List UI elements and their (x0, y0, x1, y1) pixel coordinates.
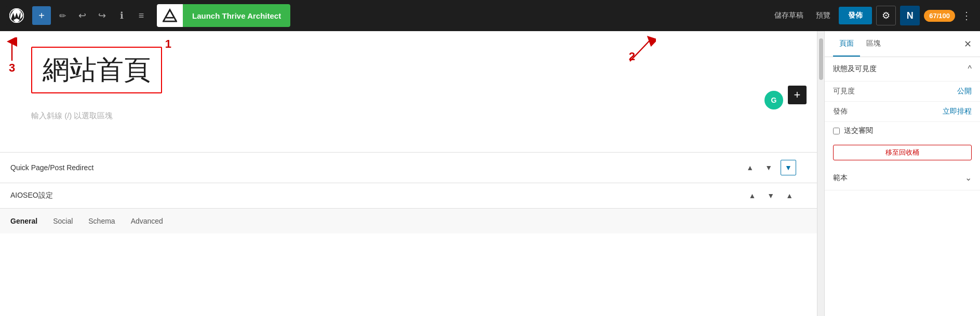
template-section[interactable]: 範本 ⌄ (825, 166, 980, 190)
scrollbar-thumb (819, 38, 823, 80)
thrive-logo-icon (157, 4, 183, 27)
tab-block[interactable]: 區塊 (860, 32, 887, 57)
toolbar-right: 儲存草稿 預覽 發佈 ⚙ N 67/100 ⋮ (770, 6, 974, 25)
grammarly-icon[interactable]: G (764, 91, 783, 109)
n-button[interactable]: N (900, 6, 920, 25)
publish-button[interactable]: 發佈 (839, 7, 872, 24)
scrollbar[interactable] (817, 31, 824, 316)
right-sidebar: 頁面 區塊 ✕ 狀態及可見度 ^ 可見度 公開 發佈 立即排程 送交審閱 移至回… (824, 31, 980, 316)
list-view-button[interactable]: ≡ (133, 7, 150, 24)
score-button[interactable]: 67/100 (924, 10, 955, 22)
sidebar-header: 頁面 區塊 ✕ (825, 31, 980, 57)
aioseo-tab-social[interactable]: Social (53, 215, 73, 227)
wp-logo-button[interactable] (6, 5, 27, 26)
thrive-a-icon (163, 8, 177, 23)
save-draft-button[interactable]: 儲存草稿 (770, 9, 808, 22)
submit-review-label: 送交審閱 (844, 126, 873, 135)
grammarly-g-icon: G (771, 96, 777, 104)
preview-button[interactable]: 預覽 (812, 9, 835, 22)
chevron-up-icon-2: ▲ (748, 191, 756, 200)
submit-review-row: 送交審閱 (825, 122, 980, 140)
redirect-section-label: Quick Page/Post Redirect (10, 163, 738, 172)
status-section-title: 狀態及可見度 (833, 64, 877, 74)
editor-area[interactable]: 3 網站首頁 1 輸入斜線 (/) 以選取區塊 2 + G (0, 31, 817, 316)
visibility-value[interactable]: 公開 (957, 87, 972, 96)
redirect-arrow-button[interactable]: ▼ (781, 160, 796, 175)
info-button[interactable]: ℹ (113, 7, 130, 24)
plus-icon-inline: + (794, 88, 801, 102)
redo-button[interactable]: ↪ (93, 7, 110, 24)
redirect-up-button[interactable]: ▲ (743, 162, 757, 173)
status-section-toggle-icon: ^ (968, 64, 972, 74)
aioseo-tabs: General Social Schema Advanced (0, 208, 817, 233)
status-section: 狀態及可見度 ^ (825, 57, 980, 81)
annotation-2-label: 2 (629, 50, 635, 63)
gear-icon: ⚙ (882, 10, 890, 21)
chevron-up-icon: ▲ (746, 163, 754, 172)
add-block-inline-button[interactable]: + (788, 86, 807, 104)
list-icon: ≡ (139, 10, 144, 21)
dropdown-arrow-icon: ▼ (785, 163, 792, 172)
aioseo-plugin-section: AIOSEO設定 ▲ ▼ ▲ (0, 183, 817, 208)
aioseo-arrow-button[interactable]: ▲ (783, 190, 796, 201)
aioseo-up-button[interactable]: ▲ (745, 190, 759, 201)
aioseo-tab-general[interactable]: General (10, 215, 37, 227)
more-icon: ⋮ (961, 10, 972, 21)
wp-logo-icon (9, 8, 24, 23)
pencil-icon: ✏ (59, 11, 66, 21)
undo-icon: ↩ (78, 10, 86, 21)
n-icon: N (907, 10, 914, 21)
aioseo-tab-advanced[interactable]: Advanced (131, 215, 163, 227)
info-icon: ℹ (120, 10, 124, 21)
chevron-down-icon-2: ▼ (767, 191, 774, 200)
chevron-down-icon: ▼ (765, 163, 772, 172)
arrow-up-right-icon (625, 35, 656, 64)
aioseo-down-button[interactable]: ▼ (764, 190, 777, 201)
more-options-button[interactable]: ⋮ (959, 9, 974, 22)
editor-placeholder: 輸入斜線 (/) 以選取區塊 (31, 111, 447, 121)
trash-button[interactable]: 移至回收桶 (833, 145, 972, 160)
tab-page[interactable]: 頁面 (833, 32, 860, 57)
annotation-2-group: 2 (625, 35, 656, 66)
annotation-1-label: 1 (165, 37, 171, 51)
content-area: 網站首頁 1 輸入斜線 (/) 以選取區塊 (0, 31, 467, 121)
aioseo-tab-schema[interactable]: Schema (88, 215, 115, 227)
add-block-button[interactable]: + (32, 6, 51, 25)
template-section-title: 範本 (833, 173, 848, 183)
submit-review-checkbox[interactable] (833, 128, 840, 134)
undo-button[interactable]: ↩ (74, 7, 90, 24)
edit-button[interactable]: ✏ (54, 7, 71, 24)
toolbar: + ✏ ↩ ↪ ℹ ≡ Launch Thrive Architect 儲存草稿… (0, 0, 980, 31)
plus-icon: + (38, 10, 45, 22)
redirect-plugin-section: Quick Page/Post Redirect ▲ ▼ ▼ (0, 152, 817, 183)
page-title-wrapper: 網站首頁 1 (31, 47, 162, 93)
arrow-up-icon-2: ▲ (786, 191, 793, 200)
redo-icon: ↪ (98, 10, 106, 21)
visibility-label: 可見度 (833, 87, 855, 96)
svg-line-4 (630, 39, 651, 61)
publish-value[interactable]: 立即排程 (943, 107, 972, 116)
main-layout: 3 網站首頁 1 輸入斜線 (/) 以選取區塊 2 + G (0, 31, 980, 316)
publish-label: 發佈 (833, 107, 848, 116)
svg-marker-1 (163, 10, 176, 21)
template-chevron-icon: ⌄ (965, 173, 972, 183)
aioseo-section-label: AIOSEO設定 (10, 191, 740, 200)
page-title[interactable]: 網站首頁 (31, 47, 162, 93)
sidebar-close-button[interactable]: ✕ (964, 38, 972, 50)
thrive-btn-label: Launch Thrive Architect (183, 4, 290, 27)
thrive-architect-button[interactable]: Launch Thrive Architect (157, 4, 290, 27)
status-section-header[interactable]: 狀態及可見度 ^ (833, 64, 972, 74)
visibility-row: 可見度 公開 (825, 81, 980, 102)
settings-button[interactable]: ⚙ (876, 6, 896, 25)
redirect-down-button[interactable]: ▼ (762, 162, 775, 173)
publish-row: 發佈 立即排程 (825, 102, 980, 122)
